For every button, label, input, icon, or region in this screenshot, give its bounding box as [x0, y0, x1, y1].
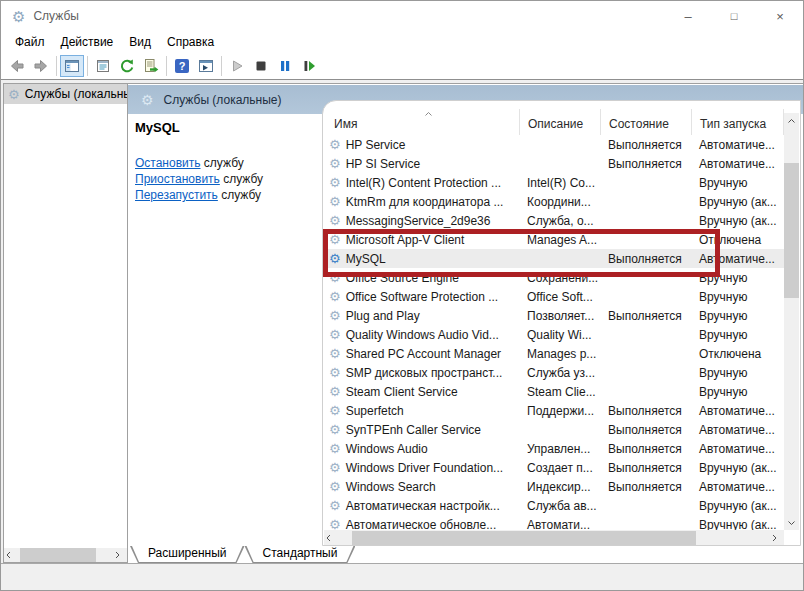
column-header-status[interactable]: Состояние: [600, 109, 691, 135]
column-header-startup-type[interactable]: Тип запуска: [691, 109, 784, 135]
scrollbar-thumb[interactable]: [20, 548, 96, 562]
show-console-tree-button[interactable]: [60, 55, 84, 77]
service-row[interactable]: ⚙Windows AudioУправлен...ВыполняетсяАвто…: [324, 439, 784, 458]
service-startup-cell: Автоматиче...: [691, 252, 784, 266]
service-name-cell: ⚙Windows Search: [324, 480, 519, 494]
service-description-cell: Office Soft...: [519, 290, 600, 304]
service-row[interactable]: ⚙Office Source EngineСохранени...Вручную: [324, 268, 784, 287]
pause-service-button[interactable]: [273, 55, 297, 77]
back-button[interactable]: [5, 55, 29, 77]
service-row[interactable]: ⚙Windows SearchИндексир...ВыполняетсяАвт…: [324, 477, 784, 496]
minimize-button[interactable]: –: [665, 1, 711, 31]
service-name-label: Автоматическая настройк...: [346, 499, 500, 513]
service-description-cell: Позволяет...: [519, 309, 600, 323]
scroll-down-icon[interactable]: [784, 515, 799, 530]
service-name-cell: ⚙SMP дисковых пространст...: [324, 366, 519, 380]
help-icon: ?: [174, 58, 190, 74]
service-row[interactable]: ⚙Windows Driver Foundation...Создает п..…: [324, 458, 784, 477]
scrollbar-thumb[interactable]: [784, 163, 799, 298]
start-service-button[interactable]: [225, 55, 249, 77]
toolbar: ?: [1, 53, 803, 80]
stop-service-link[interactable]: Остановить: [135, 156, 201, 170]
scroll-right-icon[interactable]: [113, 552, 127, 558]
service-row[interactable]: ⚙HP SI ServiceВыполняетсяАвтоматиче...: [324, 154, 784, 173]
menu-file[interactable]: Файл: [7, 33, 53, 51]
column-header-name[interactable]: Имя: [324, 109, 519, 135]
service-gear-icon: ⚙: [329, 404, 341, 417]
service-gear-icon: ⚙: [329, 442, 341, 455]
service-row[interactable]: ⚙Intel(R) Content Protection ...Intel(R)…: [324, 173, 784, 192]
service-row[interactable]: ⚙HP ServiceВыполняетсяАвтоматиче...: [324, 135, 784, 154]
properties-button[interactable]: [91, 55, 115, 77]
service-name-cell: ⚙Office Source Engine: [324, 271, 519, 285]
scrollbar-thumb[interactable]: [352, 531, 696, 545]
service-description-cell: Автомати...: [519, 518, 600, 531]
service-gear-icon: ⚙: [329, 347, 341, 360]
tree-horizontal-scrollbar[interactable]: [4, 548, 127, 562]
service-row[interactable]: ⚙SynTPEnh Caller ServiceВыполняетсяАвтом…: [324, 420, 784, 439]
pause-service-link[interactable]: Приостановить: [135, 172, 220, 186]
maximize-button[interactable]: □: [711, 1, 757, 31]
service-description-cell: Координи...: [519, 195, 600, 209]
service-description-cell: Служба, о...: [519, 214, 600, 228]
column-header-description[interactable]: Описание: [519, 109, 600, 135]
list-horizontal-scrollbar[interactable]: [324, 530, 784, 545]
service-gear-icon: ⚙: [329, 328, 341, 341]
scroll-up-icon[interactable]: [784, 113, 799, 128]
console-tree-icon: [64, 58, 80, 74]
service-row[interactable]: ⚙MessagingService_2d9e36Служба, о...Вруч…: [324, 211, 784, 230]
tab-standard[interactable]: Стандартный: [245, 546, 356, 563]
service-row[interactable]: ⚙Office Software Protection ...Office So…: [324, 287, 784, 306]
service-row[interactable]: ⚙Shared PC Account ManagerManages p...От…: [324, 344, 784, 363]
menu-view[interactable]: Вид: [121, 33, 159, 51]
service-row[interactable]: ⚙Автоматическая настройк...Служба ав...В…: [324, 496, 784, 515]
service-name-cell: ⚙Shared PC Account Manager: [324, 347, 519, 361]
service-startup-cell: Вручную: [691, 366, 784, 380]
scroll-right-icon[interactable]: [770, 535, 784, 541]
service-status-cell: Выполняется: [600, 480, 691, 494]
services-gear-icon: ⚙: [141, 92, 154, 108]
service-row[interactable]: ⚙Quality Windows Audio Vid...Quality Wi.…: [324, 325, 784, 344]
stop-icon: [253, 58, 269, 74]
tab-extended[interactable]: Расширенный: [130, 546, 245, 563]
restart-service-button[interactable]: [297, 55, 321, 77]
service-description-cell: Intel(R) Co...: [519, 176, 600, 190]
service-name-cell: ⚙KtmRm для координатора ...: [324, 195, 519, 209]
service-row[interactable]: ⚙KtmRm для координатора ...Координи...Вр…: [324, 192, 784, 211]
export-list-button[interactable]: [139, 55, 163, 77]
service-status-cell: Выполняется: [600, 423, 691, 437]
service-name-cell: ⚙Intel(R) Content Protection ...: [324, 176, 519, 190]
service-row[interactable]: ⚙SuperfetchПоддержи...ВыполняетсяАвтомат…: [324, 401, 784, 420]
scroll-left-icon[interactable]: [4, 552, 18, 558]
service-name-label: MySQL: [346, 252, 386, 266]
pause-service-suffix: службу: [220, 172, 263, 186]
forward-button[interactable]: [29, 55, 53, 77]
service-row[interactable]: ⚙Microsoft App-V ClientManages A...Отклю…: [324, 230, 784, 249]
service-row[interactable]: ⚙Plug and PlayПозволяет...ВыполняетсяВру…: [324, 306, 784, 325]
close-button[interactable]: ×: [757, 1, 803, 31]
service-gear-icon: ⚙: [329, 385, 341, 398]
menu-action[interactable]: Действие: [53, 33, 122, 51]
stop-service-button[interactable]: [249, 55, 273, 77]
show-extended-pane-button[interactable]: [194, 55, 218, 77]
refresh-button[interactable]: [115, 55, 139, 77]
view-tab-strip: Расширенный Стандартный: [128, 546, 803, 563]
help-button[interactable]: ?: [170, 55, 194, 77]
restart-service-link[interactable]: Перезапустить: [135, 188, 218, 202]
service-row[interactable]: ⚙SMP дисковых пространст...Служба уз...В…: [324, 363, 784, 382]
vertical-scrollbar[interactable]: [784, 113, 799, 530]
service-description-cell: Manages p...: [519, 347, 600, 361]
menu-help[interactable]: Справка: [159, 33, 222, 51]
service-row[interactable]: ⚙MySQLВыполняетсяАвтоматиче...: [324, 249, 784, 268]
service-name-cell: ⚙Plug and Play: [324, 309, 519, 323]
scroll-left-icon[interactable]: [324, 535, 338, 541]
service-name-label: Shared PC Account Manager: [346, 347, 501, 361]
toolbar-separator: [221, 56, 222, 76]
service-description-cell: Создает п...: [519, 461, 600, 475]
tree-item-services-local[interactable]: ⚙ Службы (локальные): [4, 84, 127, 104]
service-startup-cell: Вручную (ак...: [691, 195, 784, 209]
service-row[interactable]: ⚙Steam Client ServiceSteam Clie...Вручну…: [324, 382, 784, 401]
service-status-cell: Выполняется: [600, 252, 691, 266]
service-row[interactable]: ⚙Автоматическое обновле...Автомати...Вру…: [324, 515, 784, 530]
column-label: Состояние: [609, 117, 669, 131]
